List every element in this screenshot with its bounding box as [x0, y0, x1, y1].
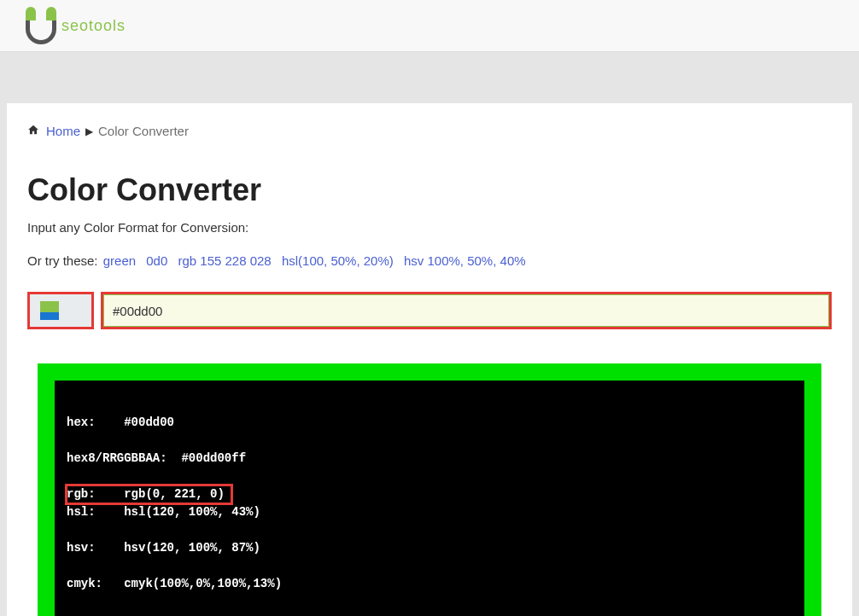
- example-links-row: Or try these: green 0d0 rgb 155 228 028 …: [27, 253, 832, 268]
- logo-icon: [26, 7, 56, 44]
- output-name: name: none: [67, 611, 792, 616]
- output-cmyk: cmyk: cmyk(100%,0%,100%,13%): [67, 575, 792, 593]
- output-panel: hex: #00dd00 hex8/RRGGBBAA: #00dd00ff rg…: [38, 363, 821, 616]
- output-console: hex: #00dd00 hex8/RRGGBBAA: #00dd00ff rg…: [55, 381, 804, 616]
- input-row: [27, 292, 832, 329]
- logo-text: seotools: [61, 17, 126, 35]
- breadcrumb-home-link[interactable]: Home: [46, 124, 80, 138]
- color-swatch: [40, 301, 59, 320]
- try-prefix: Or try these:: [27, 253, 98, 268]
- site-logo[interactable]: seotools: [26, 7, 126, 44]
- breadcrumb-current: Color Converter: [98, 124, 189, 138]
- home-icon: [27, 124, 39, 138]
- example-link-hsv[interactable]: hsv 100%, 50%, 40%: [404, 253, 526, 268]
- example-link-green[interactable]: green: [103, 253, 136, 268]
- output-hex: hex: #00dd00: [67, 414, 792, 432]
- site-header: seotools: [0, 0, 859, 52]
- page-title: Color Converter: [27, 172, 832, 208]
- color-input-wrap: [101, 292, 832, 329]
- example-link-hex3[interactable]: 0d0: [146, 253, 167, 268]
- chevron-right-icon: ▶: [85, 125, 93, 137]
- breadcrumb: Home ▶ Color Converter: [27, 124, 832, 138]
- output-hsl: hsl: hsl(120, 100%, 43%): [67, 503, 792, 521]
- main-content: Home ▶ Color Converter Color Converter I…: [7, 103, 852, 616]
- output-rgb: rgb: rgb(0, 221, 0): [67, 485, 231, 503]
- page-subtitle: Input any Color Format for Conversion:: [27, 220, 832, 235]
- output-hex8: hex8/RRGGBBAA: #00dd00ff: [67, 450, 792, 468]
- example-link-rgb[interactable]: rgb 155 228 028: [178, 253, 271, 268]
- color-swatch-box[interactable]: [27, 292, 94, 329]
- color-input[interactable]: [103, 294, 829, 327]
- output-hsv: hsv: hsv(120, 100%, 87%): [67, 539, 792, 557]
- example-link-hsl[interactable]: hsl(100, 50%, 20%): [282, 253, 394, 268]
